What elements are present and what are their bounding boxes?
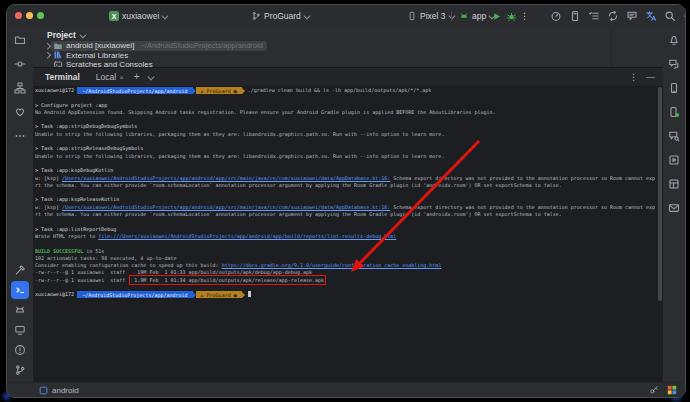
terminal-line	[35, 160, 655, 167]
device-explorer-button[interactable]	[568, 9, 582, 23]
terminal-text: ~/AndroidStudioProjects/app/android	[77, 291, 192, 298]
terminal-options-button[interactable]: ⋮	[629, 72, 638, 82]
terminal-line: rt the schema. You can either provide `r…	[35, 182, 655, 189]
terminal-line	[35, 218, 655, 225]
more-actions-button[interactable]: ⋮	[518, 8, 531, 24]
right-toolbar	[662, 27, 685, 383]
terminal-tab-label: Local	[96, 72, 116, 82]
commit-icon	[14, 58, 26, 70]
terminal-line: xuxiaowei@172 ~/AndroidStudioProjects/ap…	[35, 291, 655, 298]
project-widget[interactable]: X xuxiaowei	[105, 8, 171, 24]
version-control-icon	[14, 364, 26, 376]
project-panel-header[interactable]: Project	[47, 29, 84, 41]
terminal-title: Terminal	[45, 72, 80, 82]
chevron-right-icon	[43, 44, 51, 49]
devices-button[interactable]	[11, 321, 29, 339]
settings-button[interactable]	[682, 9, 686, 23]
build-icon	[14, 264, 26, 276]
left-toolbar-bottom	[7, 261, 33, 383]
titlebar: X xuxiaowei ProGuard Pixel 3	[7, 5, 685, 28]
ai-assistant-icon	[668, 58, 680, 70]
close-tab-icon[interactable]: ×	[119, 73, 124, 82]
profiler-button[interactable]	[549, 9, 563, 23]
commit-button[interactable]	[11, 55, 29, 73]
terminal-text: ± ProGuard ●	[196, 87, 242, 94]
terminal-line: Unable to strip the following libraries,…	[35, 153, 655, 160]
project-name-label: xuxiaowei	[122, 11, 159, 21]
terminal-text: Wrote HTML report to	[35, 233, 98, 239]
terminal-line: > Task :app:kspReleaseKotlin	[35, 196, 655, 203]
sync-button[interactable]	[606, 9, 620, 23]
device-manager-button[interactable]	[665, 79, 683, 97]
git-branch-icon	[251, 11, 261, 21]
terminal-text: > Configure project :app	[35, 102, 107, 108]
scrollbar-thumb[interactable]	[658, 87, 662, 301]
divider	[451, 11, 452, 21]
search-button[interactable]	[663, 9, 677, 23]
layout-inspector-button[interactable]	[665, 175, 683, 193]
terminal-tab-local[interactable]: Local ×	[96, 72, 124, 82]
terminal-line: Wrote HTML report to file:///Users/xuxia…	[35, 233, 655, 240]
terminal-link[interactable]: https://docs.gradle.org/9.1.0/userguide/…	[222, 262, 442, 268]
version-control-button[interactable]	[11, 361, 29, 379]
terminal-text: 102 actionable tasks: 98 executed, 4 up-…	[35, 255, 176, 261]
run-config-label: app	[472, 11, 486, 21]
project-panel-title: Project	[47, 30, 76, 40]
notifications-button[interactable]	[665, 31, 683, 49]
running-devices-button[interactable]	[665, 103, 683, 121]
build-button[interactable]	[11, 261, 29, 279]
structure-button[interactable]	[11, 79, 29, 97]
problems-icon	[14, 344, 26, 356]
running-devices-icon	[668, 106, 680, 118]
more-button[interactable]	[11, 127, 29, 145]
terminal-link[interactable]: /Users/xuxiaowei/AndroidStudioProjects/a…	[62, 175, 390, 181]
module-widget[interactable]: android	[39, 386, 79, 395]
problems-button[interactable]	[11, 341, 29, 359]
terminal-link[interactable]: file:///Users/xuxiaowei/AndroidStudioPro…	[98, 233, 396, 239]
terminal-link[interactable]: /Users/xuxiaowei/AndroidStudioProjects/a…	[62, 204, 390, 210]
translate-button[interactable]	[644, 9, 658, 23]
emulator-button[interactable]	[665, 151, 683, 169]
debug-button[interactable]	[504, 8, 519, 24]
play-icon	[491, 11, 502, 22]
device-name-label: Pixel 3	[420, 11, 446, 21]
terminal-text: Schema export directory was not provided…	[390, 175, 655, 181]
device-manager-icon	[668, 82, 680, 94]
lock-status-icon[interactable]	[649, 385, 659, 395]
terminal-text: in 51s	[83, 248, 104, 254]
todo-button[interactable]	[587, 9, 601, 23]
terminal-text: Consider enabling configuration cache to…	[35, 262, 222, 268]
terminal-dropdown-icon[interactable]	[147, 73, 153, 79]
traffic-lights	[15, 12, 44, 19]
pull-requests-button[interactable]	[11, 103, 29, 121]
branch-name-label: ProGuard	[264, 11, 301, 21]
terminal-line: > Task :app:kspDebugKotlin	[35, 167, 655, 174]
minimize-button[interactable]	[26, 12, 33, 19]
logcat-button[interactable]	[11, 301, 29, 319]
tree-item-1[interactable]: External Libraries	[33, 51, 603, 61]
app-insights-button[interactable]	[665, 127, 683, 145]
terminal-line	[35, 240, 655, 247]
todo-icon	[588, 10, 600, 22]
terminal-output[interactable]: xuxiaowei@172 ~/AndroidStudioProjects/ap…	[35, 87, 655, 383]
minimize-panel-button[interactable]: —	[646, 72, 655, 82]
new-terminal-button[interactable]: +	[134, 72, 140, 82]
device-selector[interactable]: Pixel 3	[403, 8, 457, 24]
chevron-down-icon	[80, 31, 86, 37]
zoom-button[interactable]	[37, 12, 44, 19]
terminal-text: Unable to strip the following libraries,…	[35, 131, 444, 137]
feedback-button[interactable]	[625, 9, 639, 23]
mail-button[interactable]	[665, 199, 683, 217]
notifications-icon	[668, 34, 680, 46]
grid-app-icon[interactable]	[667, 385, 677, 395]
run-button[interactable]	[489, 8, 504, 24]
close-button[interactable]	[15, 12, 22, 19]
project-button[interactable]	[11, 31, 29, 49]
status-bar: android	[7, 382, 685, 397]
branch-widget[interactable]: ProGuard	[247, 8, 312, 24]
mail-icon	[668, 202, 680, 214]
emulator-icon	[668, 154, 680, 166]
ai-assistant-button[interactable]	[665, 55, 683, 73]
terminal-button[interactable]	[11, 281, 29, 299]
tree-item-0[interactable]: android [xuxiaowei]~/AndroidStudioProjec…	[33, 41, 603, 51]
